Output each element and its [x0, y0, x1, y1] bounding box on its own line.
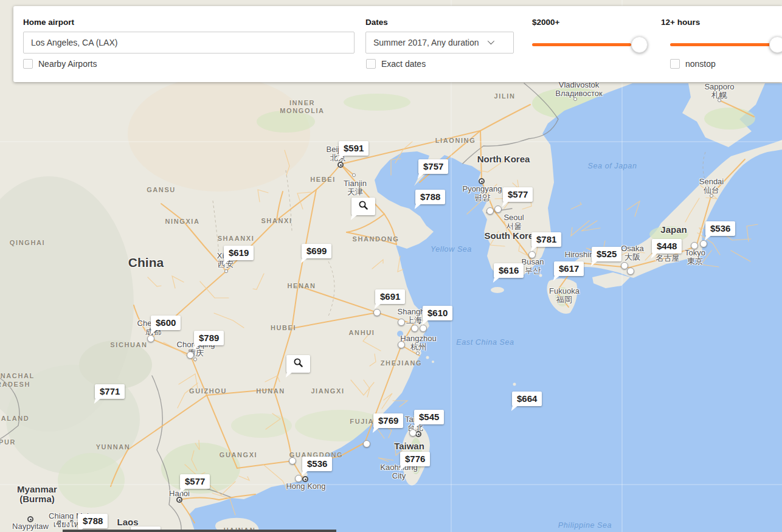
- city-label: Naypyitaw: [12, 522, 49, 531]
- price-marker[interactable]: $691: [375, 289, 405, 304]
- city-dot-marker: [337, 162, 344, 168]
- price-slider-track[interactable]: [532, 43, 631, 46]
- zoom-search-marker[interactable]: [286, 355, 310, 373]
- price-slider-handle[interactable]: [631, 36, 648, 53]
- city-label: Seoul서울: [503, 213, 524, 230]
- exact-dates-option[interactable]: Exact dates: [366, 59, 426, 69]
- price-marker[interactable]: $776: [400, 452, 430, 466]
- city-label: Hong Kong: [286, 482, 325, 491]
- province-label: GANSU: [147, 186, 176, 194]
- dates-select-value: Summer 2017, Any duration: [373, 38, 479, 47]
- province-label: SHANDONG: [353, 235, 400, 243]
- price-marker[interactable]: $591: [339, 141, 369, 156]
- province-label: GUIZHOU: [189, 387, 227, 395]
- price-marker[interactable]: $600: [151, 316, 181, 330]
- destination-airport-marker[interactable]: [494, 206, 502, 213]
- destination-airport-marker[interactable]: [420, 325, 427, 332]
- nonstop-option[interactable]: nonstop: [670, 59, 716, 69]
- country-label: South Korea: [484, 231, 538, 241]
- destination-airport-marker[interactable]: [411, 325, 418, 332]
- destination-airport-marker[interactable]: [289, 457, 296, 465]
- country-label: North Korea: [477, 154, 530, 164]
- country-label: Laos: [117, 517, 138, 527]
- zoom-search-marker[interactable]: [351, 198, 375, 215]
- destination-airport-marker[interactable]: [621, 262, 628, 269]
- price-marker[interactable]: $788: [78, 514, 108, 528]
- price-marker[interactable]: $789: [194, 331, 224, 345]
- price-marker[interactable]: $781: [531, 232, 561, 247]
- price-marker[interactable]: $757: [418, 159, 448, 174]
- price-marker[interactable]: $545: [414, 410, 444, 424]
- duration-slider-track[interactable]: [670, 43, 770, 46]
- destination-airport-marker[interactable]: [528, 251, 536, 258]
- price-marker[interactable]: $699: [302, 244, 331, 258]
- destination-airport-marker[interactable]: [363, 440, 370, 447]
- max-price-label: $2000+: [532, 18, 559, 27]
- price-marker[interactable]: $788: [415, 190, 445, 204]
- city-dot-marker: [710, 194, 713, 198]
- country-label: China: [128, 255, 164, 269]
- nearby-airports-option[interactable]: Nearby Airports: [23, 59, 97, 69]
- city-label: Sapporo札幌: [704, 83, 734, 100]
- nonstop-checkbox-label: nonstop: [685, 59, 716, 69]
- province-label: NINGXIA: [165, 218, 199, 226]
- destination-airport-marker[interactable]: [486, 207, 494, 215]
- nonstop-checkbox[interactable]: [670, 59, 680, 69]
- province-label: QINGHAI: [10, 239, 45, 247]
- price-marker[interactable]: $610: [423, 306, 452, 320]
- province-label: HEBEI: [310, 176, 336, 184]
- price-marker[interactable]: $617: [554, 261, 584, 276]
- city-dot-marker: [27, 516, 33, 522]
- destination-airport-marker[interactable]: [627, 268, 634, 275]
- price-marker[interactable]: $577: [503, 187, 533, 202]
- price-marker[interactable]: $664: [512, 392, 542, 406]
- exact-dates-checkbox[interactable]: [366, 59, 376, 69]
- destination-airport-marker[interactable]: [398, 319, 405, 326]
- destination-airport-marker[interactable]: [700, 240, 707, 247]
- sea-label: Philippine Sea: [558, 521, 612, 530]
- price-marker[interactable]: $616: [494, 263, 524, 278]
- flight-explore-map-page: Sea of JapanYellow SeaEast China SeaPhil…: [0, 0, 782, 532]
- city-label: Pyongyang평양: [462, 185, 502, 202]
- dates-label: Dates: [365, 18, 388, 27]
- province-label: HUBEI: [271, 324, 296, 332]
- destination-airport-marker[interactable]: [187, 351, 194, 359]
- country-label: Japan: [660, 225, 687, 235]
- city-label: Hangzhou杭州: [400, 334, 436, 351]
- price-marker[interactable]: $771: [95, 384, 125, 399]
- city-label: 名古屋: [656, 254, 680, 263]
- price-marker[interactable]: $448: [652, 239, 682, 254]
- city-label: Osaka大阪: [621, 244, 644, 261]
- city-dot-marker: [224, 269, 228, 273]
- price-marker[interactable]: $536: [705, 221, 735, 236]
- destination-airport-marker[interactable]: [409, 429, 417, 437]
- destination-airport-marker[interactable]: [373, 309, 381, 316]
- province-label: SICHUAN: [110, 341, 147, 349]
- home-airport-input[interactable]: [23, 32, 355, 54]
- nearby-airports-checkbox[interactable]: [23, 59, 33, 69]
- destination-airport-marker[interactable]: [398, 341, 405, 348]
- city-dot-marker: [479, 178, 485, 184]
- province-label: ZHEJIANG: [381, 359, 422, 367]
- price-marker[interactable]: $525: [592, 247, 621, 261]
- province-label: HUNAN: [256, 387, 285, 395]
- province-label: JIANGXI: [311, 387, 344, 395]
- price-marker[interactable]: $769: [373, 413, 403, 428]
- city-dot-marker: [718, 98, 721, 102]
- city-dot-marker: [193, 358, 197, 361]
- destination-airport-marker[interactable]: [147, 335, 154, 342]
- duration-slider-handle[interactable]: [769, 36, 782, 53]
- max-duration-label: 12+ hours: [661, 18, 700, 27]
- province-label: PUR: [0, 438, 16, 446]
- dates-select[interactable]: Summer 2017, Any duration: [365, 32, 514, 54]
- price-marker[interactable]: $536: [302, 457, 332, 471]
- price-marker[interactable]: $577: [180, 474, 210, 489]
- province-label: SHANXI: [261, 217, 292, 225]
- destination-airport-marker[interactable]: [691, 242, 698, 249]
- city-dot-marker: [176, 497, 182, 503]
- country-label: Myanmar(Burma): [17, 485, 57, 504]
- province-label: UNACHAL: [0, 372, 35, 380]
- sea-label: Sea of Japan: [588, 162, 637, 170]
- price-marker[interactable]: $619: [224, 246, 254, 260]
- province-label: SHAANXI: [218, 235, 255, 243]
